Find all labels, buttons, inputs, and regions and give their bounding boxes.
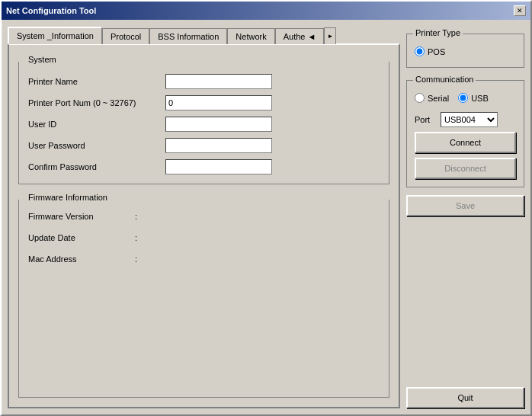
serial-radio-label: Serial (428, 94, 449, 103)
tab-bar: System _Information Protocol BSS Informa… (8, 26, 400, 43)
printer-port-row: Printer Port Num (0 ~ 32767) (28, 95, 380, 110)
pos-radio-label: POS (428, 47, 445, 56)
update-date-colon: : (135, 233, 137, 242)
tab-content: System Printer Name Printer Port Num (0 … (8, 43, 400, 408)
update-date-row: Update Date : (28, 233, 380, 242)
disconnect-button[interactable]: Disconnect (415, 158, 516, 179)
connect-button[interactable]: Connect (415, 132, 516, 153)
printer-name-input[interactable] (165, 74, 272, 89)
communication-box: Communication Serial USB Port USB004 (406, 80, 524, 187)
quit-button[interactable]: Quit (406, 387, 524, 408)
right-panel: Printer Type POS Communication Serial U (406, 26, 524, 408)
confirm-password-row: Confirm Password (28, 159, 380, 174)
user-id-row: User ID (28, 117, 380, 132)
printer-name-row: Printer Name (28, 74, 380, 89)
main-window: Net Configuration Tool ✕ System _Informa… (0, 0, 532, 416)
usb-radio[interactable] (458, 93, 468, 103)
usb-radio-label: USB (471, 94, 489, 103)
mac-address-row: Mac Address : (28, 254, 380, 264)
system-group: System Printer Name Printer Port Num (0 … (18, 62, 389, 184)
firmware-version-label: Firmware Version (28, 212, 135, 221)
close-button[interactable]: ✕ (514, 5, 526, 16)
pos-radio[interactable] (415, 46, 425, 56)
save-button[interactable]: Save (406, 195, 524, 216)
printer-port-input[interactable] (165, 95, 272, 110)
firmware-group: Firmware Information Firmware Version : … (18, 200, 389, 398)
user-id-label: User ID (28, 120, 165, 129)
mac-address-colon: : (135, 254, 137, 264)
confirm-password-input[interactable] (165, 159, 272, 174)
usb-radio-row: USB (458, 93, 489, 103)
printer-name-label: Printer Name (28, 77, 165, 86)
left-panel: System _Information Protocol BSS Informa… (8, 26, 400, 408)
tab-network[interactable]: Network (227, 28, 274, 44)
tab-system-information[interactable]: System _Information (8, 27, 102, 44)
user-password-input[interactable] (165, 138, 272, 153)
comm-radio-group: Serial USB (415, 93, 516, 106)
confirm-password-label: Confirm Password (28, 162, 165, 171)
firmware-version-row: Firmware Version : (28, 212, 380, 221)
title-bar: Net Configuration Tool ✕ (2, 2, 530, 20)
update-date-label: Update Date (28, 233, 135, 242)
tab-authe[interactable]: Authe ◄ (275, 28, 325, 44)
port-label: Port (415, 115, 436, 124)
port-select[interactable]: USB004 USB001 USB002 USB003 (441, 112, 498, 127)
title-bar-controls: ✕ (514, 5, 526, 16)
printer-type-label: Printer Type (413, 28, 463, 37)
printer-type-box: Printer Type POS (406, 34, 524, 68)
serial-radio-row: Serial (415, 93, 449, 103)
window-title: Net Configuration Tool (6, 6, 96, 15)
tab-bss-information[interactable]: BSS Information (149, 28, 227, 44)
system-group-label: System (25, 55, 59, 64)
communication-label: Communication (413, 75, 476, 84)
user-id-input[interactable] (165, 117, 272, 132)
pos-radio-row: POS (415, 46, 516, 56)
tab-nav-forward[interactable]: ► (324, 27, 336, 44)
window-content: System _Information Protocol BSS Informa… (2, 20, 530, 414)
port-row: Port USB004 USB001 USB002 USB003 (415, 112, 516, 127)
tab-protocol[interactable]: Protocol (102, 28, 149, 44)
firmware-version-colon: : (135, 212, 137, 221)
user-password-row: User Password (28, 138, 380, 153)
printer-port-label: Printer Port Num (0 ~ 32767) (28, 98, 165, 107)
tab-area: System _Information Protocol BSS Informa… (8, 26, 400, 408)
serial-radio[interactable] (415, 93, 425, 103)
firmware-group-label: Firmware Information (25, 193, 111, 202)
user-password-label: User Password (28, 141, 165, 150)
mac-address-label: Mac Address (28, 254, 135, 264)
